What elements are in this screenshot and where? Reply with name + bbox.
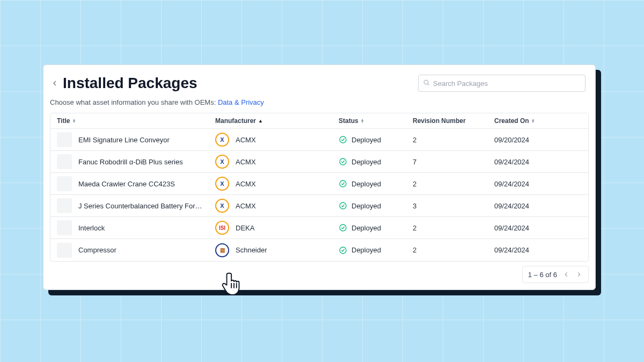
cell-title: EMI Signature Line Conveyor [50,132,209,147]
pagination-range: 1 – 6 of 6 [528,271,557,279]
table-row[interactable]: InterlockISIDEKADeployed209/24/2024 [50,217,588,239]
cell-title: Fanuc Robodrill α-DiB Plus series [50,154,209,169]
col-title[interactable]: Title ▲▼ [50,113,209,128]
manufacturer-name: ACMX [236,136,256,144]
asset-thumbnail-icon [57,220,72,235]
cell-created: 09/24/2024 [488,246,589,254]
page-next-icon[interactable] [575,271,583,278]
cell-created: 09/24/2024 [488,202,589,210]
check-circle-icon [339,201,347,210]
col-manufacturer-label: Manufacturer [215,117,256,125]
sort-asc-icon: ▲ [258,118,263,124]
cell-status: Deployed [332,223,406,232]
cell-status: Deployed [332,246,406,255]
cell-manufacturer: XACMX [209,199,332,213]
cell-created: 09/24/2024 [488,158,589,166]
table-row[interactable]: Maeda Crawler Crane CC423SXACMXDeployed2… [50,173,588,195]
panel-header: Installed Packages [43,75,595,94]
svg-point-3 [340,158,346,165]
col-created[interactable]: Created On ▲▼ [488,113,589,128]
svg-point-7 [340,247,346,254]
svg-point-6 [340,225,346,231]
cell-status: Deployed [332,201,406,210]
search-field[interactable] [418,75,586,92]
packages-table: Title ▲▼ Manufacturer ▲ Status ▲▼ Revisi… [50,113,589,262]
back-chevron-icon[interactable] [50,78,60,88]
cell-manufacturer: ISIDEKA [209,221,332,235]
page-prev-icon[interactable] [562,271,570,278]
data-privacy-link[interactable]: Data & Privacy [218,98,264,106]
cell-revision: 2 [406,224,488,232]
manufacturer-logo-icon: X [215,155,229,169]
status-text: Deployed [352,136,381,144]
check-circle-icon [339,223,347,232]
manufacturer-name: ACMX [236,202,256,210]
status-text: Deployed [352,224,381,232]
asset-thumbnail-icon [57,243,72,258]
table-header: Title ▲▼ Manufacturer ▲ Status ▲▼ Revisi… [50,113,588,129]
table-row[interactable]: Compressor▥SchneiderDeployed209/24/2024 [50,239,588,261]
cell-created: 09/20/2024 [488,136,589,144]
check-circle-icon [339,179,347,188]
cell-title: Maeda Crawler Crane CC423S [50,176,209,191]
sort-both-icon: ▲▼ [531,119,535,123]
col-status[interactable]: Status ▲▼ [332,113,406,128]
search-icon [423,78,430,88]
cell-revision: 7 [406,158,488,166]
col-title-label: Title [57,117,70,125]
svg-line-1 [428,84,429,85]
check-circle-icon [339,246,347,255]
svg-point-4 [340,180,346,187]
asset-title: Compressor [78,246,202,254]
table-row[interactable]: J Series Counterbalanced Battery Forklif… [50,195,588,217]
asset-thumbnail-icon [57,176,72,191]
asset-title: EMI Signature Line Conveyor [78,136,202,144]
manufacturer-logo-icon: ▥ [215,243,229,257]
cell-revision: 2 [406,136,488,144]
main-panel: Installed Packages Choose what asset inf… [43,64,596,290]
svg-point-0 [424,80,428,84]
svg-point-5 [340,202,346,209]
subtitle: Choose what asset information you share … [43,94,595,113]
cell-title: J Series Counterbalanced Battery Forklif… [50,198,209,213]
asset-thumbnail-icon [57,132,72,147]
manufacturer-name: ACMX [236,158,256,166]
col-created-label: Created On [494,117,529,125]
asset-title: Maeda Crawler Crane CC423S [78,180,202,188]
cell-title: Interlock [50,220,209,235]
sort-both-icon: ▲▼ [72,119,76,123]
cell-status: Deployed [332,157,406,166]
status-text: Deployed [352,202,381,210]
table-row[interactable]: Fanuc Robodrill α-DiB Plus seriesXACMXDe… [50,151,588,173]
asset-thumbnail-icon [57,154,72,169]
col-manufacturer[interactable]: Manufacturer ▲ [209,113,332,128]
manufacturer-logo-icon: X [215,177,229,191]
table-body: EMI Signature Line ConveyorXACMXDeployed… [50,129,588,261]
asset-thumbnail-icon [57,198,72,213]
status-text: Deployed [352,246,381,254]
status-text: Deployed [352,158,381,166]
table-row[interactable]: EMI Signature Line ConveyorXACMXDeployed… [50,129,588,151]
status-text: Deployed [352,180,381,188]
page-title: Installed Packages [63,75,197,92]
manufacturer-name: DEKA [236,224,254,232]
pagination: 1 – 6 of 6 [522,266,589,283]
sort-both-icon: ▲▼ [361,119,364,123]
table-footer: 1 – 6 of 6 [43,262,595,283]
subtitle-prefix: Choose what asset information you share … [50,98,218,106]
manufacturer-logo-icon: X [215,133,229,147]
col-revision[interactable]: Revision Number [406,113,488,128]
col-revision-label: Revision Number [413,117,466,125]
cell-status: Deployed [332,135,406,144]
svg-point-2 [340,136,346,143]
asset-title: Fanuc Robodrill α-DiB Plus series [78,158,202,166]
cell-revision: 2 [406,180,488,188]
cell-manufacturer: ▥Schneider [209,243,332,257]
cell-manufacturer: XACMX [209,177,332,191]
search-input[interactable] [433,79,581,88]
cell-revision: 2 [406,246,488,254]
manufacturer-name: Schneider [236,246,267,254]
check-circle-icon [339,157,347,166]
manufacturer-name: ACMX [236,180,256,188]
check-circle-icon [339,135,347,144]
